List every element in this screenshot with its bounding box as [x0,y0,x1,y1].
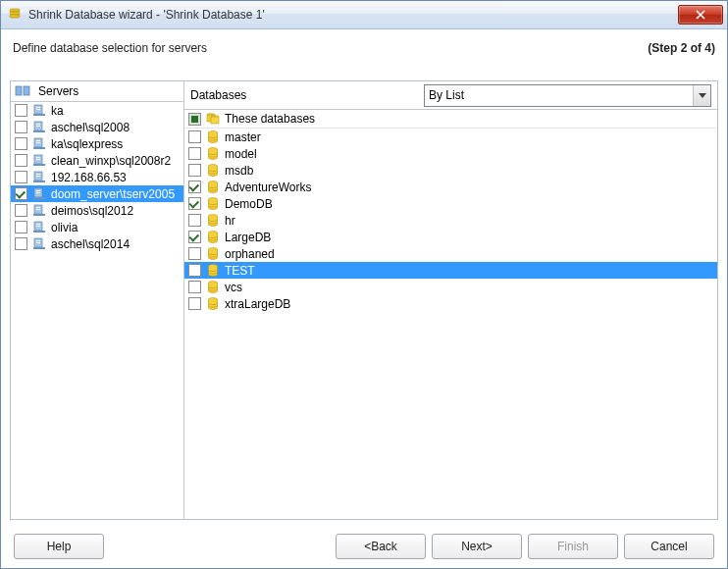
database-label: DemoDB [225,197,273,211]
database-icon [205,296,221,312]
server-checkbox[interactable] [15,121,27,133]
database-list[interactable]: mastermodelmsdbAdventureWorksDemoDBhrLar… [184,129,717,519]
server-checkbox[interactable] [15,187,27,200]
database-checkbox[interactable] [188,281,201,293]
database-item[interactable]: hr [184,212,717,229]
svg-rect-11 [36,124,40,125]
server-label: aschel\sql2014 [51,237,130,251]
database-label: hr [225,214,235,228]
server-icon [31,236,47,252]
step-counter: (Step 2 of 4) [648,41,715,55]
chevron-down-icon[interactable] [693,85,710,106]
svg-rect-27 [36,190,40,191]
database-checkbox[interactable] [188,297,201,310]
next-button[interactable]: Next> [432,534,522,559]
database-item[interactable]: master [184,129,717,145]
server-checkbox[interactable] [15,171,27,183]
window-title: Shrink Database wizard - 'Shrink Databas… [28,8,678,22]
step-description: Define database selection for servers [13,41,207,55]
server-label: aschel\sql2008 [51,121,130,134]
server-label: ka\sqlexpress [51,137,123,151]
database-icon [205,146,221,162]
database-checkbox[interactable] [188,197,201,210]
filter-value: By List [425,88,693,102]
database-item[interactable]: TEST [184,262,717,279]
server-item[interactable]: deimos\sql2012 [11,202,183,219]
database-item[interactable]: msdb [184,162,717,179]
database-checkbox[interactable] [188,247,201,260]
database-item[interactable]: xtraLargeDB [184,295,717,312]
close-button[interactable] [678,5,723,25]
database-label: master [225,130,261,144]
server-item[interactable]: ka [11,102,183,119]
footer: Help <Back Next> Finish Cancel [0,524,728,569]
server-list[interactable]: kaaschel\sql2008ka\sqlexpressclean_winxp… [11,102,183,519]
server-item[interactable]: 192.168.66.53 [11,169,183,185]
server-icon [31,103,47,119]
svg-rect-0 [10,9,20,12]
help-button[interactable]: Help [14,534,104,559]
database-item[interactable]: AdventureWorks [184,179,717,195]
database-checkbox[interactable] [188,147,201,160]
database-icon [205,129,221,145]
cancel-button[interactable]: Cancel [624,534,714,559]
database-icon [205,163,221,179]
titlebar[interactable]: Shrink Database wizard - 'Shrink Databas… [1,1,727,29]
database-checkbox[interactable] [188,130,201,143]
server-item[interactable]: clean_winxp\sql2008r2 [11,152,183,169]
server-item[interactable]: doom_server\tserv2005 [11,185,183,202]
server-item[interactable]: ka\sqlexpress [11,135,183,152]
server-label: deimos\sql2012 [51,204,133,218]
database-checkbox[interactable] [188,264,201,277]
servers-header: Servers [11,81,183,102]
server-icon [31,153,47,169]
back-button[interactable]: <Back [336,534,426,559]
database-icon [205,246,221,262]
filter-row: Databases By List [184,81,717,110]
server-checkbox[interactable] [15,104,27,117]
database-checkbox[interactable] [188,214,201,227]
database-label: msdb [225,164,253,178]
svg-rect-3 [16,86,22,95]
database-icon [205,180,221,195]
server-checkbox[interactable] [15,204,27,217]
server-item[interactable]: aschel\sql2014 [11,235,183,252]
wizard-subheader: Define database selection for servers (S… [1,29,727,65]
server-item[interactable]: olivia [11,219,183,235]
database-item[interactable]: DemoDB [184,195,717,212]
server-item[interactable]: aschel\sql2008 [11,119,183,135]
server-checkbox[interactable] [15,237,27,250]
databases-filter-select[interactable]: By List [424,84,711,107]
database-item[interactable]: LargeDB [184,229,717,245]
servers-pane: Servers kaaschel\sql2008ka\sqlexpresscle… [11,81,184,519]
database-checkbox[interactable] [188,181,201,193]
database-icon [205,196,221,212]
svg-rect-10 [33,130,45,132]
svg-rect-40 [36,242,40,243]
server-checkbox[interactable] [15,137,27,150]
database-item[interactable]: orphaned [184,245,717,262]
server-checkbox[interactable] [15,154,27,167]
svg-rect-23 [36,174,40,175]
server-label: olivia [51,221,78,234]
server-checkbox[interactable] [15,221,27,233]
server-icon [31,170,47,185]
svg-rect-14 [33,147,45,149]
database-checkbox[interactable] [188,164,201,177]
database-item[interactable]: vcs [184,279,717,295]
svg-rect-26 [33,197,45,199]
database-checkbox[interactable] [188,231,201,243]
database-item[interactable]: model [184,145,717,162]
database-label: orphaned [225,247,275,261]
select-all-checkbox[interactable] [188,113,201,126]
svg-rect-22 [33,181,45,182]
svg-rect-16 [36,142,40,143]
database-icon [205,263,221,279]
databases-group-icon [205,111,221,127]
database-label: AdventureWorks [225,181,311,194]
database-list-header[interactable]: These databases [184,110,717,129]
svg-rect-30 [33,214,45,216]
server-label: ka [51,104,64,118]
svg-rect-4 [24,86,29,95]
database-icon [205,280,221,295]
